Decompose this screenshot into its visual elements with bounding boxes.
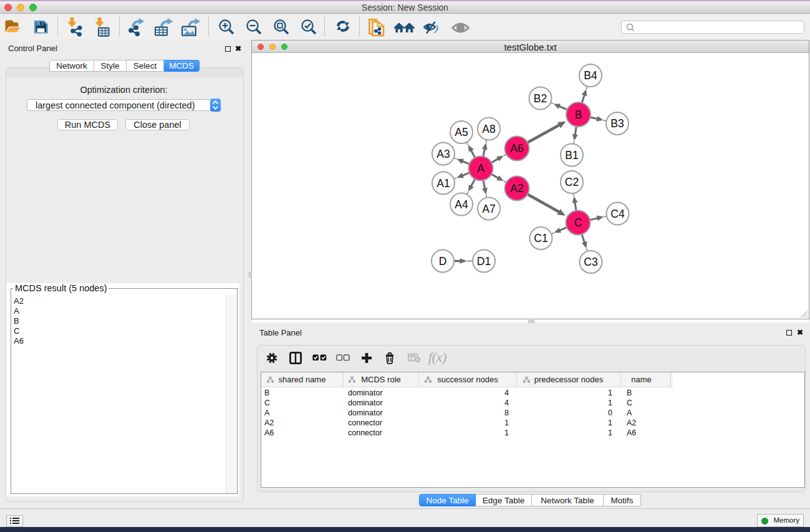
svg-text:A2: A2 [510, 182, 523, 195]
svg-text:C: C [574, 216, 582, 229]
svg-text:A1: A1 [436, 177, 450, 190]
svg-text:D1: D1 [477, 255, 491, 268]
svg-text:A3: A3 [436, 148, 450, 160]
svg-text:B2: B2 [534, 92, 547, 105]
svg-text:A6: A6 [510, 142, 523, 155]
svg-text:C2: C2 [565, 176, 579, 188]
svg-text:A7: A7 [482, 203, 495, 215]
svg-text:D: D [439, 255, 447, 268]
svg-text:A4: A4 [455, 198, 468, 211]
svg-text:B3: B3 [610, 117, 624, 130]
svg-text:C3: C3 [584, 256, 597, 268]
svg-text:A: A [477, 162, 485, 175]
svg-text:A5: A5 [455, 126, 468, 138]
svg-text:C4: C4 [610, 208, 625, 220]
svg-text:C1: C1 [534, 232, 547, 244]
svg-text:B4: B4 [584, 69, 597, 82]
svg-text:A8: A8 [482, 123, 495, 135]
svg-text:B: B [575, 109, 582, 121]
svg-text:B1: B1 [565, 149, 578, 162]
